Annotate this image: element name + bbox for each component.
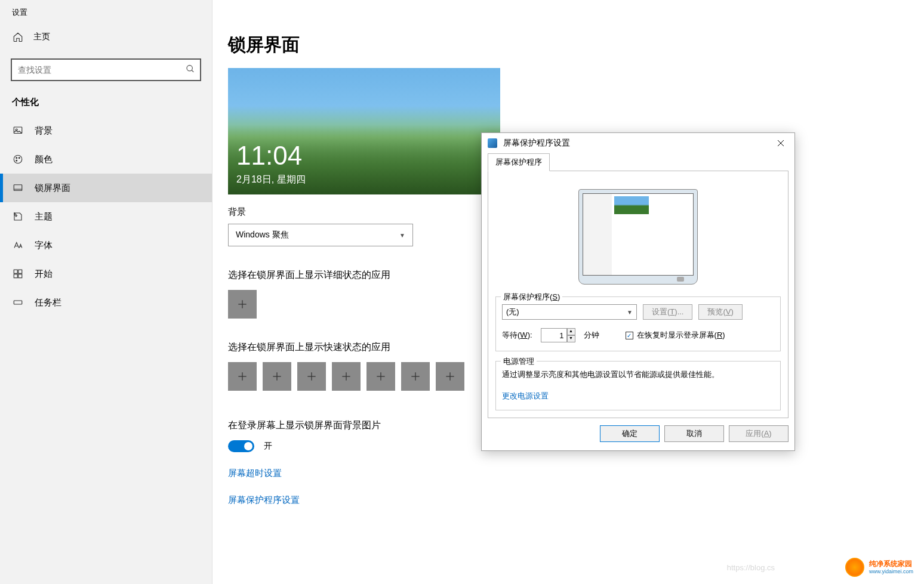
tab-panel: 屏幕保护程序(S) (无) ▼ 设置(T)... 预览(V) 等待(W): ▲: [488, 171, 789, 418]
nav-themes[interactable]: 主题: [0, 202, 212, 231]
combo-value: (无): [506, 307, 519, 317]
screensaver-settings-link[interactable]: 屏幕保护程序设置: [228, 495, 908, 506]
signin-bg-toggle[interactable]: [228, 440, 254, 452]
sidebar: 设置 主页 个性化 背景 颜色 锁屏界面 主题 字体 开始 任务栏: [0, 0, 212, 584]
add-detailed-app-tile[interactable]: [228, 290, 257, 319]
taskbar-icon: [12, 296, 24, 308]
preview-button[interactable]: 预览(V): [698, 304, 742, 320]
lockscreen-icon: [12, 182, 24, 194]
screensaver-dialog: 屏幕保护程序设置 屏幕保护程序 屏幕保护程序(S) (无) ▼ 设: [481, 132, 795, 451]
add-quick-app-tile[interactable]: [263, 362, 291, 391]
svg-rect-13: [19, 274, 22, 278]
spinner-up[interactable]: ▲: [567, 328, 575, 335]
power-legend: 电源管理: [501, 356, 537, 367]
add-quick-app-tile[interactable]: [332, 362, 361, 391]
nav-label: 颜色: [35, 154, 53, 165]
close-button[interactable]: [767, 133, 794, 153]
power-fieldset: 电源管理 通过调整显示亮度和其他电源设置以节省能源或提供最佳性能。 更改电源设置: [495, 361, 781, 410]
watermark-badge-icon: [845, 558, 864, 577]
start-icon: [12, 268, 24, 280]
app-title: 设置: [0, 0, 212, 23]
svg-line-1: [192, 70, 193, 72]
svg-rect-14: [14, 301, 22, 304]
nav-label: 开始: [35, 268, 53, 280]
toggle-state: 开: [264, 441, 272, 452]
section-label: 个性化: [0, 92, 212, 116]
nav-background[interactable]: 背景: [0, 116, 212, 145]
watermark: 纯净系统家园 www.yidaimei.com: [845, 558, 913, 577]
add-quick-app-tile[interactable]: [401, 362, 430, 391]
nav-label: 字体: [35, 240, 53, 251]
add-quick-app-tile[interactable]: [436, 362, 464, 391]
nav-fonts[interactable]: 字体: [0, 231, 212, 259]
add-quick-app-tile[interactable]: [366, 362, 395, 391]
apply-button[interactable]: 应用(A): [729, 425, 789, 442]
svg-point-4: [14, 155, 22, 163]
svg-rect-12: [14, 274, 17, 278]
nav-start[interactable]: 开始: [0, 259, 212, 288]
ok-button[interactable]: 确定: [600, 425, 660, 442]
preview-time: 11:04: [236, 141, 302, 171]
power-settings-link[interactable]: 更改电源设置: [502, 391, 549, 400]
screen-timeout-link[interactable]: 屏幕超时设置: [228, 468, 908, 479]
spinner-down[interactable]: ▼: [567, 335, 575, 342]
chevron-down-icon: ▼: [399, 232, 405, 239]
search-input[interactable]: [12, 65, 178, 75]
preview-date: 2月18日, 星期四: [236, 174, 306, 186]
dialog-icon: [488, 138, 497, 148]
picture-icon: [12, 125, 24, 137]
dropdown-value: Windows 聚焦: [236, 230, 289, 240]
screensaver-fieldset: 屏幕保护程序(S) (无) ▼ 设置(T)... 预览(V) 等待(W): ▲: [495, 296, 781, 351]
dialog-title-text: 屏幕保护程序设置: [503, 138, 570, 149]
svg-point-0: [187, 66, 192, 71]
screensaver-combo[interactable]: (无) ▼: [502, 304, 637, 320]
wait-label: 等待(W):: [502, 330, 532, 341]
nav-colors[interactable]: 颜色: [0, 145, 212, 174]
tab-screensaver[interactable]: 屏幕保护程序: [488, 153, 550, 171]
svg-point-7: [16, 160, 17, 161]
home-nav[interactable]: 主页: [0, 23, 212, 51]
font-icon: [12, 239, 24, 251]
svg-rect-8: [14, 185, 22, 191]
monitor-preview: [578, 189, 698, 285]
add-quick-app-tile[interactable]: [297, 362, 326, 391]
background-dropdown[interactable]: Windows 聚焦 ▼: [228, 224, 413, 246]
page-title: 锁屏界面: [228, 33, 908, 57]
theme-icon: [12, 211, 24, 223]
watermark-name: 纯净系统家园: [869, 560, 913, 568]
resume-label: 在恢复时显示登录屏幕(R): [637, 330, 725, 341]
svg-point-6: [19, 157, 20, 159]
nav-label: 主题: [35, 211, 53, 223]
chevron-down-icon: ▼: [627, 309, 633, 316]
checkbox-icon: ✓: [626, 332, 633, 339]
svg-point-5: [16, 157, 17, 159]
screensaver-legend: 屏幕保护程序(S): [501, 292, 562, 302]
ghost-url: https://blog.cs: [727, 563, 775, 572]
nav-taskbar[interactable]: 任务栏: [0, 288, 212, 317]
search-icon: [186, 64, 195, 76]
nav-lockscreen[interactable]: 锁屏界面: [0, 174, 212, 202]
wait-spinner[interactable]: ▲ ▼: [541, 328, 575, 342]
wait-input[interactable]: [541, 328, 567, 342]
search-box[interactable]: [11, 58, 201, 81]
nav-label: 任务栏: [35, 297, 61, 308]
cancel-button[interactable]: 取消: [664, 425, 724, 442]
svg-rect-11: [19, 270, 22, 273]
dialog-titlebar[interactable]: 屏幕保护程序设置: [482, 133, 794, 153]
wait-unit: 分钟: [584, 330, 599, 341]
nav-label: 锁屏界面: [35, 183, 70, 194]
home-label: 主页: [33, 32, 50, 42]
dialog-buttons: 确定 取消 应用(A): [488, 418, 789, 442]
lockscreen-preview: 11:04 2月18日, 星期四: [228, 68, 500, 194]
nav-label: 背景: [35, 125, 53, 137]
power-text: 通过调整显示亮度和其他电源设置以节省能源或提供最佳性能。: [502, 369, 774, 381]
resume-checkbox[interactable]: ✓ 在恢复时显示登录屏幕(R): [626, 330, 725, 341]
add-quick-app-tile[interactable]: [228, 362, 257, 391]
palette-icon: [12, 153, 24, 165]
home-icon: [12, 31, 24, 43]
settings-button[interactable]: 设置(T)...: [643, 304, 692, 320]
watermark-url: www.yidaimei.com: [869, 568, 913, 574]
svg-rect-10: [14, 270, 17, 273]
